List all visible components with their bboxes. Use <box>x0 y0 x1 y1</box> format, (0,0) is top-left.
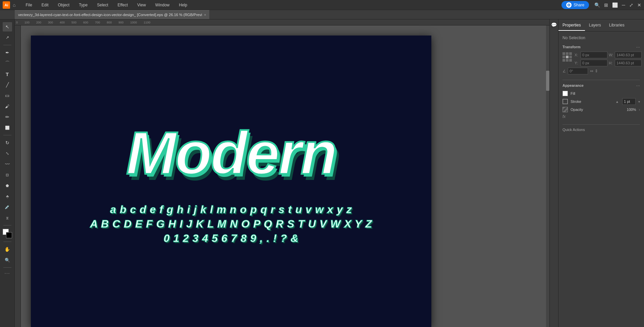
document-tab[interactable]: vecteezy_3d-layered-cyan-text-or-font-ef… <box>15 10 209 19</box>
more-tools-button[interactable]: ··· <box>4 270 10 276</box>
tab-libraries[interactable]: Libraries <box>605 20 629 31</box>
x-label: X: <box>575 53 579 57</box>
w-input[interactable] <box>615 52 642 58</box>
scale-tool[interactable]: ⤡ <box>3 149 12 158</box>
tab-layers[interactable]: Layers <box>585 20 605 31</box>
search-icon[interactable]: 🔍 <box>594 2 600 8</box>
selection-tool[interactable]: ↖ <box>3 22 12 31</box>
menu-file[interactable]: File <box>23 3 34 7</box>
maximize-icon[interactable]: ⤢ <box>629 2 633 8</box>
stroke-swatch[interactable] <box>562 99 568 104</box>
opacity-arrow[interactable]: › <box>639 108 640 112</box>
stroke-color-swatch[interactable] <box>6 232 12 238</box>
vertical-scrollbar-thumb[interactable] <box>546 71 549 91</box>
fx-label[interactable]: fx <box>562 114 566 119</box>
quick-actions-section: Quick Actions <box>562 127 640 132</box>
blend-tool[interactable]: ⧖ <box>3 213 12 222</box>
vertical-scrollbar[interactable] <box>546 25 549 327</box>
appearance-label: Appearance <box>562 83 584 87</box>
share-icon <box>566 2 572 8</box>
tab-close-button[interactable]: × <box>204 13 206 17</box>
transform-reference-grid[interactable] <box>562 52 572 62</box>
vertical-ruler <box>15 25 21 327</box>
opacity-label: Opacity <box>571 108 624 112</box>
x-input[interactable] <box>581 52 607 58</box>
tool-separator-3 <box>3 225 11 225</box>
menu-window[interactable]: Window <box>153 3 172 7</box>
fill-swatch[interactable] <box>562 91 568 96</box>
paintbrush-tool[interactable]: 🖌 <box>3 102 12 111</box>
canvas-area[interactable]: 0 100 200 300 400 500 600 700 800 900 10… <box>15 19 549 327</box>
top-bar-left: Ai ⌂ <box>3 1 18 9</box>
menu-select[interactable]: Select <box>95 3 110 7</box>
canvas-with-ruler: Modern Modern Modern a b c d e f g h i j… <box>15 25 549 327</box>
transform-section: Transform ··· <box>562 44 640 74</box>
minimize-icon[interactable]: ⬜ <box>612 2 618 8</box>
no-selection-label: No Selection <box>562 36 640 40</box>
angle-input[interactable] <box>568 68 588 74</box>
free-transform-tool[interactable]: ⊡ <box>3 170 12 180</box>
opacity-swatch[interactable] <box>562 107 568 112</box>
h-input[interactable] <box>615 60 642 66</box>
tool-separator-4 <box>3 242 11 242</box>
alphabet-lowercase: a b c d e f g h i j k l m n o p q r s t … <box>70 203 392 216</box>
right-panel: Properties Layers Libraries No Selection… <box>558 19 644 327</box>
transform-more-icon[interactable]: ··· <box>636 44 640 50</box>
modern-text-wrapper: Modern Modern Modern <box>126 123 336 183</box>
shape-builder-tool[interactable]: ⬟ <box>3 181 12 190</box>
numbers-symbols: 0 1 2 3 4 5 6 7 8 9 , . ! ? & <box>70 232 392 245</box>
color-swatches[interactable] <box>3 229 12 238</box>
rectangle-tool[interactable]: ▭ <box>3 91 12 100</box>
rotate-tool[interactable]: ↻ <box>3 138 12 147</box>
artwork-content: Modern Modern Modern a b c d e f g h i j… <box>70 123 392 245</box>
ai-logo: Ai <box>3 1 10 9</box>
tab-properties[interactable]: Properties <box>558 20 585 31</box>
eraser-tool[interactable]: ⬜ <box>3 123 12 132</box>
top-right-icons: 🔍 ⊞ ⬜ ─ ⤢ ✕ <box>594 2 641 8</box>
artboard-container[interactable]: Modern Modern Modern a b c d e f g h i j… <box>21 25 549 327</box>
pen-tool[interactable]: ✒ <box>3 48 12 57</box>
menu-edit[interactable]: Edit <box>40 3 51 7</box>
comment-icon[interactable]: 💬 <box>551 22 557 27</box>
menu-effect[interactable]: Effect <box>116 3 130 7</box>
tool-separator-1 <box>3 45 11 45</box>
home-icon[interactable]: ⌂ <box>13 2 15 8</box>
y-input[interactable] <box>581 60 607 66</box>
left-toolbar: ↖ ↗ ✒ ⌒ T ╱ ▭ 🖌 ✏ ⬜ ↻ ⤡ 〰 ⊡ ⬟ ⬘ 💉 ⧖ ✋ 🔍 … <box>0 19 15 327</box>
artboard: Modern Modern Modern a b c d e f g h i j… <box>31 36 431 327</box>
perspective-tool[interactable]: ⬘ <box>3 192 12 201</box>
rotation-row: ∠ ⇔ ⇕ <box>562 68 640 74</box>
flip-icons: ⇔ ⇕ <box>590 69 598 73</box>
share-button[interactable]: Share <box>561 1 589 9</box>
stroke-value-input[interactable] <box>622 98 636 105</box>
line-tool[interactable]: ╱ <box>3 80 12 89</box>
flip-vertical-icon[interactable]: ⇕ <box>595 69 598 73</box>
type-tool[interactable]: T <box>3 69 12 79</box>
hand-tool[interactable]: ✋ <box>3 245 12 254</box>
stroke-label: Stroke <box>571 100 613 104</box>
stroke-up-arrow[interactable]: ▲ <box>615 100 619 104</box>
tool-separator-2 <box>3 135 11 135</box>
stroke-row: Stroke ▲ ▾ <box>562 98 640 105</box>
curvature-tool[interactable]: ⌒ <box>3 59 12 68</box>
tab-bar: vecteezy_3d-layered-cyan-text-or-font-ef… <box>0 10 644 19</box>
menu-view[interactable]: View <box>135 3 148 7</box>
menu-type[interactable]: Type <box>77 3 90 7</box>
w-label: W: <box>609 53 613 57</box>
flip-horizontal-icon[interactable]: ⇔ <box>590 69 593 73</box>
eyedropper-tool[interactable]: 💉 <box>3 202 12 212</box>
menu-help[interactable]: Help <box>177 3 190 7</box>
pencil-tool[interactable]: ✏ <box>3 112 12 122</box>
alphabet-uppercase: A B C D E F G H I J K L M N O P Q R S T … <box>70 218 392 230</box>
arrange-windows-icon[interactable]: ⊞ <box>604 2 608 8</box>
y-label: Y: <box>575 61 579 65</box>
direct-selection-tool[interactable]: ↗ <box>3 33 12 42</box>
minimize-window-icon[interactable]: ─ <box>622 2 625 8</box>
zoom-tool[interactable]: 🔍 <box>3 255 12 265</box>
warp-tool[interactable]: 〰 <box>3 159 12 169</box>
appearance-more-icon[interactable]: ··· <box>636 83 640 88</box>
menu-object[interactable]: Object <box>56 3 72 7</box>
stroke-dropdown-arrow[interactable]: ▾ <box>638 100 640 104</box>
close-icon[interactable]: ✕ <box>637 2 641 8</box>
comment-panel-strip: 💬 <box>549 19 558 327</box>
